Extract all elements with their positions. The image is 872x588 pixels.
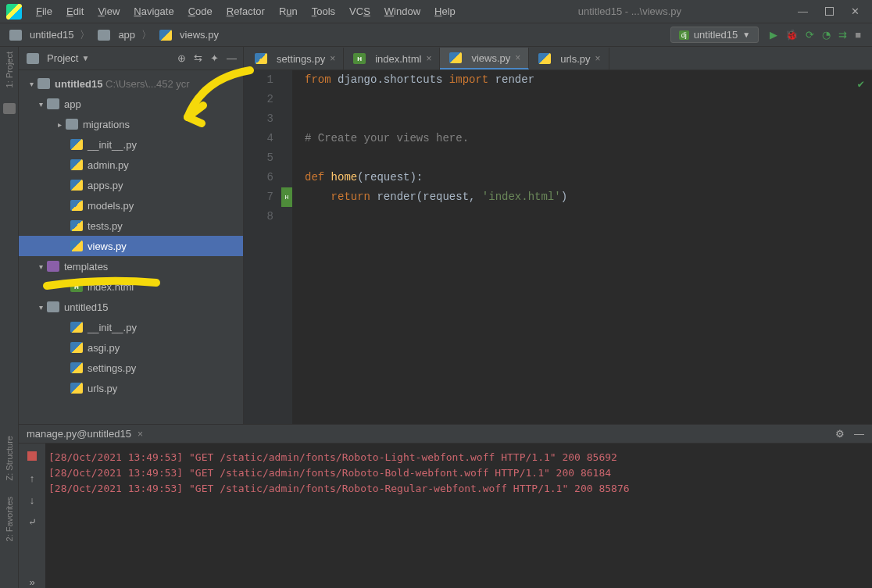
expand-icon[interactable]: ⇆ [194, 52, 202, 64]
python-file-icon [70, 241, 83, 251]
stop-icon[interactable]: ■ [855, 29, 861, 41]
menu-help[interactable]: Help [428, 2, 462, 20]
log-line: [28/Oct/2021 13:49:53] "GET /static/admi… [48, 481, 869, 497]
chevron-down-icon: ▼ [81, 54, 89, 62]
tab-index[interactable]: Hindex.html× [344, 48, 440, 69]
stop-button[interactable] [26, 450, 38, 462]
tree-views[interactable]: views.py [19, 236, 243, 256]
project-panel-header: Project ▼ ⊕ ⇆ ✦ — [19, 47, 243, 70]
soft-wrap-icon[interactable]: ⤶ [26, 515, 38, 528]
html-file-icon: H [353, 53, 366, 64]
run-tab-close-icon[interactable]: × [138, 429, 143, 440]
menu-tools[interactable]: Tools [306, 2, 341, 20]
menu-file[interactable]: File [30, 2, 59, 20]
more-icon[interactable]: » [26, 576, 38, 588]
python-file-icon [159, 30, 172, 41]
tab-close-icon[interactable]: × [330, 53, 335, 64]
chevron-icon: 〉 [141, 28, 152, 42]
menu-navigate[interactable]: Navigate [127, 2, 180, 20]
crumb-pkg[interactable]: app [93, 27, 138, 42]
menu-view[interactable]: View [91, 2, 126, 20]
chevron-icon: 〉 [80, 28, 90, 42]
tree-app[interactable]: app [19, 94, 243, 114]
run-config-selector[interactable]: dj untitled15 ▼ [670, 27, 759, 43]
folder-icon [47, 301, 59, 312]
template-gutter-icon[interactable]: H [281, 187, 292, 207]
hide-icon[interactable]: — [227, 52, 237, 64]
tree-models[interactable]: models.py [19, 195, 243, 216]
tree-init2[interactable]: __init__.py [19, 317, 243, 337]
locate-icon[interactable]: ⊕ [177, 52, 186, 64]
templates-folder-icon [47, 261, 59, 272]
tree-migrations[interactable]: migrations [19, 114, 243, 134]
tree-asgi[interactable]: asgi.py [19, 337, 243, 358]
tab-urls[interactable]: urls.py× [529, 48, 609, 69]
tab-close-icon[interactable]: × [515, 52, 520, 63]
tree-init[interactable]: __init__.py [19, 134, 243, 155]
tree-tests[interactable]: tests.py [19, 216, 243, 236]
editor-tabbar: settings.py× Hindex.html× views.py× urls… [244, 47, 872, 70]
python-file-icon [538, 53, 551, 64]
tab-views[interactable]: views.py× [440, 48, 529, 69]
window-controls: — ✕ [798, 5, 866, 17]
debug-icon[interactable]: 🐞 [785, 29, 798, 41]
menu-vcs[interactable]: VCS [343, 2, 377, 20]
tree-pkg2[interactable]: untitled15 [19, 297, 243, 317]
run-tab-title[interactable]: manage.py@untitled15 [27, 428, 131, 440]
profile-icon[interactable]: ◔ [822, 29, 831, 41]
tree-templates[interactable]: templates [19, 256, 243, 276]
project-panel-title[interactable]: Project ▼ [25, 52, 171, 64]
tree-indexhtml[interactable]: Hindex.html [19, 276, 243, 297]
rail-favorites[interactable]: 2: Favorites [5, 497, 14, 541]
python-file-icon [70, 139, 83, 150]
python-file-icon [70, 362, 83, 373]
run-icon[interactable]: ▶ [770, 29, 777, 41]
python-file-icon [70, 180, 83, 191]
menu-window[interactable]: Window [378, 2, 427, 20]
tab-settings[interactable]: settings.py× [245, 48, 344, 69]
run-config-area: dj untitled15 ▼ ▶ 🐞 ⟳ ◔ ⇉ ■ [670, 27, 867, 43]
menu-code[interactable]: Code [182, 2, 219, 20]
tab-close-icon[interactable]: × [595, 53, 601, 64]
menu-edit[interactable]: Edit [60, 2, 90, 20]
hide-icon[interactable]: — [854, 428, 864, 440]
tree-root[interactable]: untitled15 C:\Users\...452 ycr [19, 73, 243, 94]
crumb-root[interactable]: untitled15 [5, 27, 77, 42]
crumb-file[interactable]: views.py [155, 27, 222, 42]
close-icon[interactable]: ✕ [851, 5, 859, 17]
run-tool-window: manage.py@untitled15 × ⚙ — ↑ ↓ ⤶ » [28/O… [19, 424, 872, 588]
maximize-icon[interactable] [825, 7, 834, 16]
app-logo-icon [6, 4, 22, 20]
log-line: [28/Oct/2021 13:49:53] "GET /static/admi… [48, 465, 869, 481]
tree-apps[interactable]: apps.py [19, 175, 243, 195]
rail-icon[interactable] [3, 103, 16, 114]
run-config-name: untitled15 [694, 29, 738, 41]
gear-icon[interactable]: ⚙ [835, 428, 845, 440]
coverage-icon[interactable]: ⟳ [806, 29, 814, 41]
scroll-down-icon[interactable]: ↓ [26, 494, 38, 506]
chevron-down-icon: ▼ [742, 30, 750, 39]
log-line: [28/Oct/2021 13:49:53] "GET /static/admi… [48, 450, 869, 465]
breadcrumb: untitled15 〉 app 〉 views.py [5, 27, 670, 42]
rail-project[interactable]: 1: Project [5, 52, 14, 87]
minimize-icon[interactable]: — [798, 5, 808, 17]
menu-run[interactable]: Run [273, 2, 304, 20]
menu-refactor[interactable]: Refactor [220, 2, 271, 20]
django-icon: dj [679, 30, 689, 40]
folder-icon [47, 98, 59, 109]
concurrency-icon[interactable]: ⇉ [838, 29, 847, 41]
run-output[interactable]: [28/Oct/2021 13:49:53] "GET /static/admi… [45, 444, 872, 588]
scroll-up-icon[interactable]: ↑ [26, 472, 38, 484]
python-file-icon [70, 220, 83, 231]
html-file-icon: H [70, 281, 83, 292]
folder-icon [27, 53, 39, 64]
inspection-ok-icon[interactable]: ✔ [858, 75, 864, 94]
tree-admin[interactable]: admin.py [19, 155, 243, 175]
tree-settings[interactable]: settings.py [19, 358, 243, 378]
tab-close-icon[interactable]: × [426, 53, 431, 64]
gear-icon[interactable]: ✦ [210, 52, 219, 64]
tree-urls[interactable]: urls.py [19, 378, 243, 398]
python-file-icon [70, 200, 83, 211]
titlebar: File Edit View Navigate Code Refactor Ru… [0, 0, 872, 23]
rail-structure[interactable]: Z: Structure [5, 436, 14, 480]
